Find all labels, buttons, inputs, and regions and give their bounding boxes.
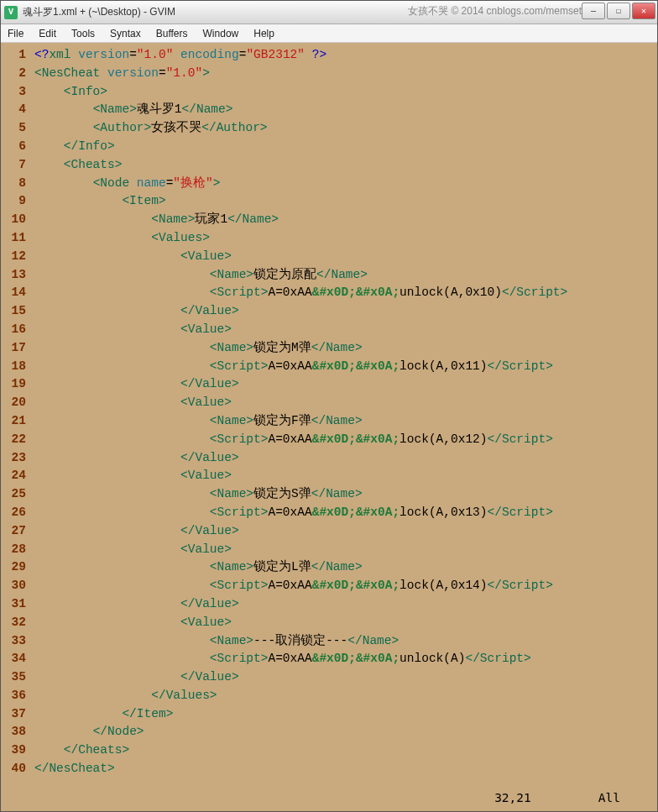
menu-help[interactable]: Help [253, 28, 274, 39]
code-line[interactable]: <NesCheat version="1.0"> [34, 65, 657, 83]
code-line[interactable]: </Value> [34, 375, 657, 394]
line-number: 31 [1, 595, 26, 614]
line-number: 28 [1, 541, 26, 559]
maximize-button[interactable]: ☐ [607, 3, 630, 19]
line-number: 18 [1, 358, 26, 376]
window-controls: — ☐ ✕ [582, 3, 655, 19]
line-number: 7 [1, 156, 26, 175]
line-number: 37 [1, 705, 26, 724]
line-number: 30 [1, 577, 26, 595]
code-line[interactable]: <Name>锁定为F弹</Name> [34, 412, 657, 431]
menu-file[interactable]: File [8, 28, 24, 39]
line-number: 16 [1, 321, 26, 339]
line-number: 10 [1, 211, 26, 229]
code-line[interactable]: <Script>A=0xAA&#x0D;&#x0A;lock(A,0x12)</… [34, 431, 657, 449]
line-number: 27 [1, 522, 26, 541]
editor-area[interactable]: 1234567891011121314151617181920212223242… [1, 43, 657, 811]
cursor-position: 32,21 [494, 791, 531, 809]
code-line[interactable]: <?xml version="1.0" encoding="GB2312" ?> [34, 46, 657, 65]
code-line[interactable]: <Script>A=0xAA&#x0D;&#x0A;unlock(A,0x10)… [34, 284, 657, 302]
code-line[interactable]: </Value> [34, 522, 657, 541]
code-line[interactable]: <Script>A=0xAA&#x0D;&#x0A;unlock(A)</Scr… [34, 650, 657, 668]
minimize-button[interactable]: — [582, 3, 605, 19]
window-title: 魂斗罗1.xml + (~\Desktop) - GVIM [23, 5, 175, 19]
line-number: 2 [1, 65, 26, 83]
line-number: 21 [1, 412, 26, 431]
code-line[interactable]: <Script>A=0xAA&#x0D;&#x0A;lock(A,0x13)</… [34, 504, 657, 522]
code-content[interactable]: <?xml version="1.0" encoding="GB2312" ?>… [31, 43, 657, 811]
line-number: 9 [1, 192, 26, 211]
code-line[interactable]: <Name>锁定为S弹</Name> [34, 485, 657, 504]
code-line[interactable]: <Value> [34, 614, 657, 632]
menu-buffers[interactable]: Buffers [156, 28, 188, 39]
code-line[interactable]: </Value> [34, 668, 657, 687]
code-line[interactable]: <Value> [34, 541, 657, 559]
scroll-indicator: All [598, 791, 620, 809]
line-number: 22 [1, 431, 26, 449]
code-line[interactable]: <Node name="换枪"> [34, 175, 657, 193]
line-number: 15 [1, 302, 26, 321]
code-line[interactable]: <Author>女孩不哭</Author> [34, 119, 657, 138]
menubar: File Edit Tools Syntax Buffers Window He… [1, 24, 657, 43]
code-line[interactable]: </Value> [34, 302, 657, 321]
code-line[interactable]: <Name>---取消锁定---</Name> [34, 632, 657, 651]
line-number: 40 [1, 760, 26, 778]
code-line[interactable]: <Script>A=0xAA&#x0D;&#x0A;lock(A,0x14)</… [34, 577, 657, 595]
code-line[interactable]: <Name>玩家1</Name> [34, 211, 657, 229]
line-number: 29 [1, 558, 26, 577]
code-line[interactable]: <Name>锁定为原配</Name> [34, 266, 657, 285]
line-number: 24 [1, 467, 26, 485]
code-line[interactable]: </Value> [34, 449, 657, 468]
app-icon: V [4, 6, 18, 19]
menu-tools[interactable]: Tools [71, 28, 95, 39]
watermark-text: 女孩不哭 © 2014 cnblogs.com/memset [408, 4, 582, 18]
menu-edit[interactable]: Edit [39, 28, 56, 39]
code-line[interactable]: </Values> [34, 687, 657, 705]
code-line[interactable]: <Script>A=0xAA&#x0D;&#x0A;lock(A,0x11)</… [34, 358, 657, 376]
line-number: 36 [1, 687, 26, 705]
line-number: 12 [1, 248, 26, 266]
line-number: 4 [1, 101, 26, 119]
line-number: 38 [1, 723, 26, 741]
code-line[interactable]: </Value> [34, 595, 657, 614]
line-number: 23 [1, 449, 26, 468]
line-number: 25 [1, 485, 26, 504]
line-number: 34 [1, 650, 26, 668]
line-number: 17 [1, 339, 26, 358]
line-number: 32 [1, 614, 26, 632]
line-number: 3 [1, 83, 26, 102]
line-number: 35 [1, 668, 26, 687]
titlebar[interactable]: V 魂斗罗1.xml + (~\Desktop) - GVIM 女孩不哭 © 2… [1, 1, 657, 24]
close-button[interactable]: ✕ [632, 3, 655, 19]
line-number: 11 [1, 229, 26, 248]
line-number: 19 [1, 375, 26, 394]
code-line[interactable]: <Item> [34, 192, 657, 211]
code-line[interactable]: <Value> [34, 248, 657, 266]
line-number: 26 [1, 504, 26, 522]
line-number: 8 [1, 175, 26, 193]
code-line[interactable]: <Name>锁定为L弹</Name> [34, 558, 657, 577]
line-number: 14 [1, 284, 26, 302]
code-line[interactable]: </Item> [34, 705, 657, 724]
menu-syntax[interactable]: Syntax [110, 28, 141, 39]
line-number-gutter: 1234567891011121314151617181920212223242… [1, 43, 31, 811]
code-line[interactable]: <Name>锁定为M弹</Name> [34, 339, 657, 358]
line-number: 33 [1, 632, 26, 651]
code-line[interactable]: <Cheats> [34, 156, 657, 175]
code-line[interactable]: </NesCheat> [34, 760, 657, 778]
code-line[interactable]: <Values> [34, 229, 657, 248]
code-line[interactable]: <Value> [34, 394, 657, 412]
app-window: V 魂斗罗1.xml + (~\Desktop) - GVIM 女孩不哭 © 2… [0, 0, 658, 812]
menu-window[interactable]: Window [203, 28, 239, 39]
code-line[interactable]: <Value> [34, 467, 657, 485]
code-line[interactable]: </Node> [34, 723, 657, 741]
line-number: 13 [1, 266, 26, 285]
code-line[interactable]: </Cheats> [34, 741, 657, 760]
line-number: 6 [1, 138, 26, 156]
code-line[interactable]: <Info> [34, 83, 657, 102]
line-number: 39 [1, 741, 26, 760]
code-line[interactable]: </Info> [34, 138, 657, 156]
line-number: 5 [1, 119, 26, 138]
code-line[interactable]: <Name>魂斗罗1</Name> [34, 101, 657, 119]
code-line[interactable]: <Value> [34, 321, 657, 339]
